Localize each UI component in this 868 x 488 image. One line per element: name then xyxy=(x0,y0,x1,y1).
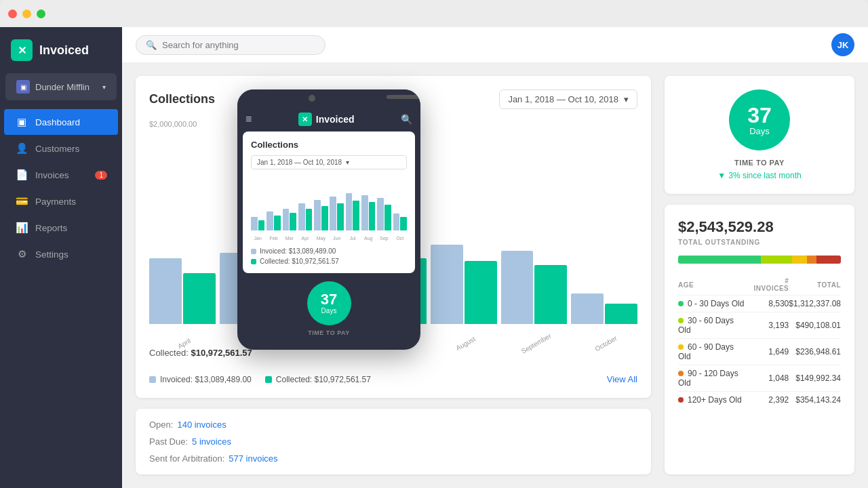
mobile-bar-invoiced xyxy=(361,195,368,230)
mobile-x-label: Jul xyxy=(346,236,359,241)
mobile-bar-group xyxy=(346,193,359,230)
mobile-bar-collected xyxy=(306,209,313,230)
sidebar-item-reports[interactable]: 📊 Reports xyxy=(4,215,118,241)
bar-collected xyxy=(465,261,497,324)
mobile-invoiced-label: Invoiced: $13,089,489.00 xyxy=(260,247,336,255)
table-row: 30 - 60 Days Old3,193$490,108.01 xyxy=(678,312,841,339)
mobile-bar-collected xyxy=(353,201,359,230)
content-area: Collections Jan 1, 2018 — Oct 10, 2018 ▾… xyxy=(122,62,868,488)
company-selector[interactable]: ▣ Dunder Mifflin ▾ xyxy=(5,73,117,100)
invoiced-legend-dot xyxy=(149,376,156,383)
total-cell: $354,143.24 xyxy=(789,392,841,409)
invoices-cell: 2,392 xyxy=(748,392,789,409)
bar-collected xyxy=(534,265,567,324)
mobile-bar-group xyxy=(314,200,328,230)
stat-pastdue-value: 5 invoices xyxy=(192,436,231,447)
close-button[interactable] xyxy=(8,9,17,18)
sidebar-item-settings[interactable]: ⚙ Settings xyxy=(4,241,118,267)
invoice-stats-grid: Open: 140 invoices Past Due: 5 invoices … xyxy=(149,420,637,464)
window-chrome xyxy=(0,0,868,27)
mobile-home-button xyxy=(309,95,315,102)
date-range-button[interactable]: Jan 1, 2018 — Oct 10, 2018 ▾ xyxy=(499,89,637,109)
chart-legend: Invoiced: $13,089,489.00 Collected: $10,… xyxy=(149,375,371,384)
mobile-bar-group xyxy=(361,195,375,230)
invoices-badge: 1 xyxy=(95,171,107,180)
sidebar-item-label: Dashboard xyxy=(35,117,80,127)
ttp-change-text: 3% since last month xyxy=(728,171,801,180)
mobile-x-label: Sep xyxy=(377,236,391,241)
mobile-section-title: Collections xyxy=(251,140,407,150)
invoices-cell: 3,193 xyxy=(748,312,789,339)
bar-group xyxy=(431,245,497,324)
mobile-ttp-number: 37 xyxy=(321,292,337,307)
invoice-stats-panel: Open: 140 invoices Past Due: 5 invoices … xyxy=(136,409,651,474)
age-dot xyxy=(678,344,684,350)
mobile-x-label: Apr xyxy=(298,236,312,241)
table-row: 90 - 120 Days Old1,048$149,992.34 xyxy=(678,365,841,392)
mobile-x-label: Oct xyxy=(393,236,407,241)
mobile-logo-icon: ✕ xyxy=(298,113,312,126)
sidebar-item-dashboard[interactable]: ▣ Dashboard xyxy=(4,109,118,135)
sidebar-item-payments[interactable]: 💳 Payments xyxy=(4,188,118,214)
table-row: 0 - 30 Days Old8,530$1,312,337.08 xyxy=(678,296,841,312)
mobile-date-text: Jan 1, 2018 — Oct 10, 2018 xyxy=(257,159,342,166)
app-container: ✕ Invoiced ▣ Dunder Mifflin ▾ ▣ Dashboar… xyxy=(0,27,868,488)
bar-invoiced xyxy=(431,245,463,324)
mobile-bar-group xyxy=(377,198,391,230)
view-all-button[interactable]: View All xyxy=(607,374,637,384)
invoices-cell: 1,649 xyxy=(748,339,789,365)
mobile-bar-invoiced xyxy=(377,198,384,230)
date-range-text: Jan 1, 2018 — Oct 10, 2018 xyxy=(508,94,618,104)
age-cell: 120+ Days Old xyxy=(678,392,748,409)
age-table: AGE # INVOICES TOTAL 0 - 30 Days Old8,53… xyxy=(678,274,841,408)
table-row: 60 - 90 Days Old1,649$236,948.61 xyxy=(678,339,841,365)
mobile-notch xyxy=(387,95,420,99)
sidebar-item-invoices[interactable]: 📄 Invoices 1 xyxy=(4,162,118,188)
collections-title: Collections xyxy=(149,92,215,106)
sidebar-logo: ✕ Invoiced xyxy=(0,27,122,73)
down-arrow-icon: ▼ xyxy=(717,171,726,180)
mobile-notch-area xyxy=(237,89,420,107)
mobile-menu-icon[interactable]: ≡ xyxy=(245,113,252,125)
minimize-button[interactable] xyxy=(22,9,31,18)
stat-arb-label: Sent for Arbitration: xyxy=(149,453,224,464)
search-box[interactable]: 🔍 xyxy=(136,35,326,55)
mobile-bar-collected xyxy=(321,206,328,230)
stat-row-open: Open: 140 invoices xyxy=(149,420,637,430)
invoices-cell: 1,048 xyxy=(748,365,789,392)
outstanding-card: $2,543,529.28 TOTAL OUTSTANDING AGE # IN… xyxy=(665,205,854,474)
mobile-bar-collected xyxy=(384,205,391,230)
mobile-x-labels: JanFebMarAprMayJunJulAugSepOct xyxy=(251,236,407,241)
age-dot xyxy=(678,371,684,376)
payments-icon: 💳 xyxy=(15,195,28,207)
mobile-date-btn[interactable]: Jan 1, 2018 — Oct 10, 2018 ▾ xyxy=(251,155,407,169)
age-cell: 60 - 90 Days Old xyxy=(678,339,748,365)
mobile-bar-chart xyxy=(251,176,407,230)
age-bar-segment xyxy=(816,256,841,264)
bar-group xyxy=(571,293,637,324)
mobile-bar-collected xyxy=(258,220,265,230)
user-avatar[interactable]: JK xyxy=(831,33,854,56)
mobile-bar-invoiced xyxy=(298,203,305,230)
sidebar-item-label: Settings xyxy=(35,249,68,260)
invoiced-legend-label: Invoiced: $13,089,489.00 xyxy=(160,375,252,384)
dashboard-icon: ▣ xyxy=(15,116,28,128)
age-col-header: AGE xyxy=(678,274,748,296)
mobile-bar-invoiced xyxy=(330,197,336,230)
invoices-icon: 📄 xyxy=(15,169,28,181)
stat-arb-value: 577 invoices xyxy=(229,453,277,464)
stat-row-arbitration: Sent for Arbitration: 577 invoices xyxy=(149,453,637,464)
mobile-search-icon[interactable]: 🔍 xyxy=(401,114,412,125)
maximize-button[interactable] xyxy=(37,9,45,18)
chevron-down-icon: ▾ xyxy=(624,94,629,104)
age-bar-segment xyxy=(761,256,792,264)
mobile-bar-collected xyxy=(290,213,296,230)
main-content: 🔍 JK Collections Jan 1, 2018 — Oct 10, 2… xyxy=(122,27,868,488)
logo-icon: ✕ xyxy=(11,39,33,61)
invoices-cell: 8,530 xyxy=(748,296,789,312)
sidebar-item-customers[interactable]: 👤 Customers xyxy=(4,136,118,161)
outstanding-label: TOTAL OUTSTANDING xyxy=(678,239,841,246)
search-input[interactable] xyxy=(162,40,315,50)
mobile-logo-area: ✕ Invoiced xyxy=(252,113,401,126)
collected-legend-label: Collected: $10,972,561.57 xyxy=(276,375,371,384)
